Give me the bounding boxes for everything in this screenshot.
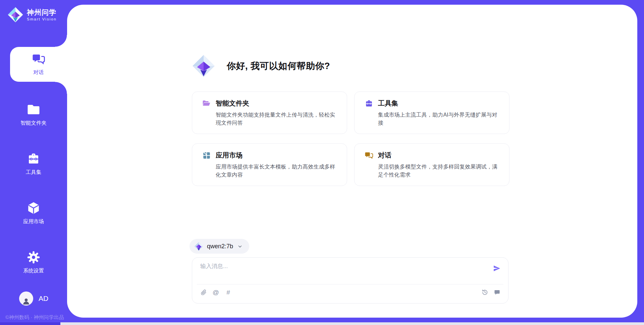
- sidebar-item-label: 应用市场: [23, 218, 44, 225]
- strip-left-segment: [0, 322, 60, 325]
- sidebar-item-chat[interactable]: 对话: [10, 47, 67, 82]
- card-app-market[interactable]: 应用市场 应用市场提供丰富长文本模板，助力高效生成多样化文章内容: [192, 143, 347, 186]
- model-selector[interactable]: qwen2:7b: [190, 239, 249, 254]
- card-head: 对话: [365, 151, 500, 160]
- card-title: 对话: [378, 151, 391, 160]
- toolbox-icon: [26, 152, 41, 166]
- card-description: 应用市场提供丰富长文本模板，助力高效生成多样化文章内容: [216, 163, 338, 179]
- sidebar-item-label: 对话: [34, 69, 44, 76]
- sidebar-item-label: 工具集: [26, 169, 42, 176]
- card-smart-folder[interactable]: 智能文件夹 智能文件夹功能支持批量文件上传与清洗，轻松实现文件问答: [192, 91, 347, 134]
- feedback-bubble-icon[interactable]: [493, 289, 500, 296]
- main-content-panel: 你好, 我可以如何帮助你? 智能文件夹 智能文件夹功能支持批量文件上传与清洗，轻…: [67, 5, 637, 318]
- sidebar-item-smart-folder[interactable]: 智能文件夹: [0, 96, 67, 133]
- model-name: qwen2:7b: [207, 243, 233, 250]
- model-diamond-logo-icon: [194, 242, 203, 251]
- folder-open-icon: [202, 99, 211, 108]
- copyright-footer: ©神州数码 · 神州问学出品: [5, 314, 64, 321]
- sidebar-item-settings[interactable]: 系统设置: [0, 244, 67, 281]
- greeting-title: 你好, 我可以如何帮助你?: [227, 60, 330, 72]
- history-icon[interactable]: [481, 289, 488, 296]
- composer: @ #: [192, 257, 508, 304]
- page-bottom-strip: [0, 322, 644, 325]
- chat-icon: [365, 151, 373, 160]
- gear-icon: [26, 250, 41, 264]
- card-description: 灵活切换多模型文件，支持多样回复效果调试，满足个性化需求: [378, 163, 500, 179]
- sidebar: 神州问学 Smart Vision 对话 智能文件夹: [0, 0, 67, 325]
- sidebar-item-toolset[interactable]: 工具集: [0, 145, 67, 182]
- greeting: 你好, 我可以如何帮助你?: [192, 54, 330, 78]
- card-title: 智能文件夹: [216, 99, 249, 108]
- composer-left-tools: @ #: [200, 289, 232, 296]
- folder-icon: [26, 103, 41, 117]
- mention-icon[interactable]: @: [212, 289, 219, 296]
- user-chip[interactable]: AD: [19, 291, 48, 306]
- strip-right-segment[interactable]: [60, 322, 644, 325]
- card-description: 集成市场上主流工具，助力AI与外界无缝扩展与对接: [378, 111, 500, 127]
- hash-icon[interactable]: #: [225, 289, 232, 296]
- avatar: [19, 291, 33, 306]
- user-name: AD: [39, 295, 48, 303]
- grid-icon: [202, 151, 211, 160]
- card-head: 智能文件夹: [202, 99, 338, 108]
- card-title: 工具集: [378, 99, 398, 108]
- brand-text: 神州问学 Smart Vision: [27, 8, 57, 21]
- assistant-diamond-logo-icon: [192, 54, 215, 78]
- card-description: 智能文件夹功能支持批量文件上传与清洗，轻松实现文件问答: [216, 111, 338, 127]
- card-head: 应用市场: [202, 151, 338, 160]
- paperclip-icon[interactable]: [200, 289, 207, 296]
- sidebar-item-label: 智能文件夹: [20, 120, 47, 127]
- brand: 神州问学 Smart Vision: [7, 7, 57, 23]
- composer-divider: [197, 284, 503, 284]
- sidebar-item-app-market[interactable]: 应用市场: [0, 195, 67, 232]
- cube-icon: [26, 201, 41, 215]
- send-icon[interactable]: [493, 264, 501, 272]
- chevron-down-icon: [237, 244, 243, 249]
- card-toolset[interactable]: 工具集 集成市场上主流工具，助力AI与外界无缝扩展与对接: [354, 91, 509, 134]
- card-title: 应用市场: [216, 151, 243, 160]
- card-head: 工具集: [365, 99, 500, 108]
- feature-cards: 智能文件夹 智能文件夹功能支持批量文件上传与清洗，轻松实现文件问答 工具集 集成…: [192, 91, 509, 186]
- toolbox-icon: [365, 99, 373, 108]
- card-chat[interactable]: 对话 灵活切换多模型文件，支持多样回复效果调试，满足个性化需求: [354, 143, 509, 186]
- brand-subtitle: Smart Vision: [27, 17, 57, 21]
- brand-diamond-logo-icon: [7, 7, 23, 23]
- chat-icon: [32, 53, 45, 66]
- brand-name: 神州问学: [27, 8, 57, 16]
- message-input[interactable]: [200, 262, 487, 282]
- sidebar-item-label: 系统设置: [23, 267, 44, 274]
- composer-right-tools: [481, 289, 500, 296]
